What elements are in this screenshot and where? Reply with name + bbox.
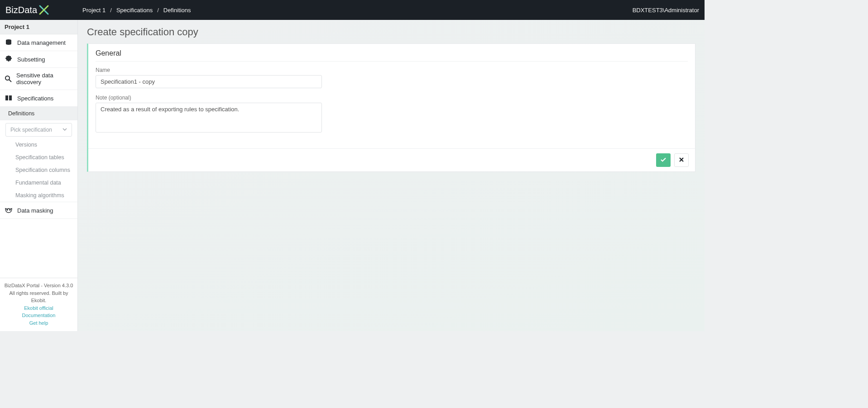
picker-placeholder: Pick specification bbox=[10, 127, 52, 133]
svg-point-1 bbox=[5, 76, 10, 80]
note-textarea[interactable] bbox=[96, 103, 322, 133]
breadcrumb-separator: / bbox=[157, 7, 159, 14]
name-label: Name bbox=[96, 67, 322, 73]
footer-rights: All rights reserved. Built by Ekobit. bbox=[3, 289, 75, 304]
sidebar-item-label: Sensitive data discovery bbox=[16, 72, 73, 85]
sidebar-item-sensitive[interactable]: Sensitive data discovery bbox=[0, 68, 77, 90]
page-title: Create specification copy bbox=[87, 26, 695, 38]
sidebar-item-data-masking[interactable]: Data masking bbox=[0, 202, 77, 219]
breadcrumb: Project 1 / Specifications / Definitions bbox=[82, 7, 191, 14]
book-icon bbox=[5, 94, 13, 102]
confirm-button[interactable] bbox=[656, 153, 671, 167]
name-input[interactable] bbox=[96, 75, 322, 88]
logo-x-icon bbox=[38, 4, 50, 16]
sidebar-link-spec-columns[interactable]: Specification columns bbox=[0, 164, 77, 176]
breadcrumb-item[interactable]: Specifications bbox=[116, 7, 153, 14]
footer-link-ekobit[interactable]: Ekobit official bbox=[3, 304, 75, 312]
mask-icon bbox=[5, 206, 13, 214]
user-label[interactable]: BDXTEST3\Administrator bbox=[633, 7, 699, 14]
breadcrumb-item[interactable]: Definitions bbox=[163, 7, 191, 14]
note-label: Note (optional) bbox=[96, 95, 322, 101]
footer-version: BizDataX Portal - Version 4.3.0 bbox=[3, 282, 75, 289]
sidebar-project[interactable]: Project 1 bbox=[0, 20, 77, 34]
sidebar-item-specifications[interactable]: Specifications bbox=[0, 90, 77, 107]
sidebar-link-spec-tables[interactable]: Specification tables bbox=[0, 151, 77, 164]
sidebar-item-data-management[interactable]: Data management bbox=[0, 34, 77, 51]
sidebar-item-label: Specifications bbox=[17, 95, 53, 102]
specification-picker[interactable]: Pick specification bbox=[5, 123, 72, 137]
breadcrumb-item[interactable]: Project 1 bbox=[82, 7, 106, 14]
footer-link-help[interactable]: Get help bbox=[3, 319, 75, 327]
sidebar-item-label: Data management bbox=[17, 39, 66, 46]
topbar: BizData Project 1 / Specifications / Def… bbox=[0, 0, 705, 20]
content: Create specification copy General Name N… bbox=[78, 20, 705, 331]
sidebar-footer: BizDataX Portal - Version 4.3.0 All righ… bbox=[0, 278, 77, 331]
sidebar-subitem-definitions[interactable]: Definitions bbox=[0, 107, 77, 120]
cancel-button[interactable] bbox=[674, 153, 689, 167]
sidebar-item-label: Data masking bbox=[17, 207, 53, 214]
close-icon bbox=[679, 157, 684, 164]
check-icon bbox=[660, 157, 667, 164]
form-group-name: Name bbox=[96, 67, 322, 88]
database-icon bbox=[5, 38, 13, 47]
form-card: General Name Note (optional) bbox=[87, 43, 695, 172]
footer-link-docs[interactable]: Documentation bbox=[3, 312, 75, 319]
sidebar-link-versions[interactable]: Versions bbox=[0, 138, 77, 151]
svg-point-3 bbox=[7, 209, 8, 210]
logo-text: BizData bbox=[5, 5, 37, 15]
sidebar-link-fundamental[interactable]: Fundamental data bbox=[0, 176, 77, 189]
section-title: General bbox=[96, 49, 688, 62]
logo[interactable]: BizData bbox=[5, 4, 78, 16]
sidebar-item-subsetting[interactable]: Subsetting bbox=[0, 51, 77, 68]
form-group-note: Note (optional) bbox=[96, 95, 322, 134]
puzzle-icon bbox=[5, 55, 13, 63]
card-actions bbox=[88, 148, 695, 171]
search-icon bbox=[5, 75, 12, 83]
svg-line-2 bbox=[9, 80, 11, 82]
sidebar: Project 1 Data management Subsetting Sen… bbox=[0, 20, 78, 331]
sidebar-link-masking-alg[interactable]: Masking algorithms bbox=[0, 189, 77, 202]
chevron-down-icon bbox=[62, 127, 67, 133]
breadcrumb-separator: / bbox=[110, 7, 112, 14]
sidebar-item-label: Subsetting bbox=[17, 56, 45, 63]
svg-point-4 bbox=[10, 209, 10, 210]
